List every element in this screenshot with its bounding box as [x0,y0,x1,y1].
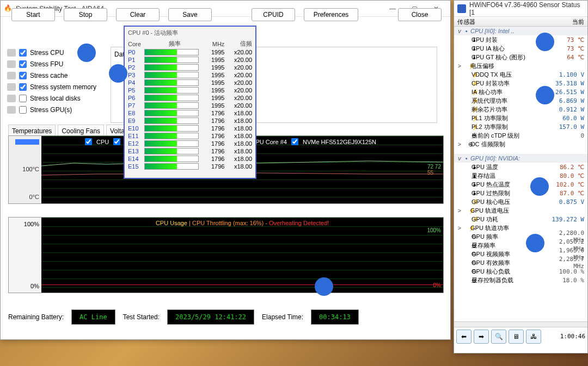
sensor-value: 0 [545,132,585,139]
usage-r100: 100% [427,227,441,233]
core-mhz: 1796 [205,140,228,147]
stress-checkbox[interactable] [19,95,27,102]
core-mult: x18.00 [228,163,255,170]
stress-type-icon [7,83,16,91]
tool-back-icon[interactable]: ⬅ [456,330,471,344]
expand-icon[interactable]: > [456,225,463,231]
save-button[interactable]: Save [168,8,212,21]
sensor-icon: 🌡 [463,45,471,52]
sensor-icon: ▪ [463,28,470,34]
sensor-row[interactable]: > ⚡ 电压偏移 [454,61,587,70]
preferences-button[interactable]: Preferences [304,8,358,21]
sensor-icon: ⊖ [463,141,470,148]
sensor-row: ⚡ IA 核心功率 26.515 W [454,88,587,96]
cpuid-button[interactable]: CPUID [252,8,295,21]
core-bar [144,155,205,163]
core-mhz: 1995 [205,102,228,109]
hwinfo-columns: 传感器 当前 [454,17,587,27]
sensor-row: 🌡 GPU 热点温度 102.0 ℃ [454,180,587,189]
sensor-value: 35.318 W [545,80,585,87]
col-current[interactable]: 当前 [549,17,587,26]
core-id: P5 [125,86,144,94]
stress-item: Stress system memory [7,81,96,92]
sensor-row[interactable]: > ⚡ GPU 轨道电压 [454,206,587,215]
sensor-section[interactable]: v ▪ CPU [#0]: Intel .. [454,27,587,35]
core-bar [144,132,205,140]
tool-settings-icon[interactable]: 🖧 [526,330,541,344]
aida64-window: 🔥 System Stability Test - AIDA64 — ▢ ✕ S… [0,0,451,340]
expand-icon[interactable]: > [456,207,463,214]
expand-icon[interactable]: v [456,28,463,34]
stress-item: Stress GPU(s) [7,104,96,115]
stress-checkbox[interactable] [19,106,27,114]
hwinfo-tree[interactable]: v ▪ CPU [#0]: Intel .. 🌡 CPU 封装 73 ℃ 🌡 C… [454,27,587,321]
expand-icon[interactable]: v [456,155,463,162]
sensor-row: ⊖ 显存控制器负载 18.0 % [454,276,587,284]
start-button[interactable]: Start [11,8,55,21]
stress-checkbox[interactable] [19,72,27,79]
tool-forward-icon[interactable]: ➡ [474,330,489,344]
stress-label: Stress local disks [30,95,81,102]
stop-button[interactable]: Stop [64,8,107,21]
core-mhz: 1995 [205,79,228,86]
hwinfo-titlebar[interactable]: HWiNFO64 v7.36-4960 Sensor Status [1 [454,1,587,17]
sensor-section[interactable]: v ▪ GPU [#0]: NVIDIA: [454,154,587,163]
stress-item: Stress local disks [7,92,96,104]
sensor-icon: ⚡ [463,80,471,87]
core-row: E14 1796 x18.00 [125,155,255,163]
core-mhz: 1796 [205,163,228,170]
expand-icon[interactable]: > [456,63,463,69]
stress-checkbox[interactable] [19,49,27,57]
sensor-row: ⚡ VDDQ TX 电压 1.100 V [454,70,587,79]
hwinfo-scrollbar[interactable] [454,321,587,327]
hwinfo-clock: 1:00:46 [560,333,585,340]
sensor-label: 剩余芯片功率 [471,106,545,114]
sensor-label: CPU [#0]: Intel .. [470,28,545,34]
core-id: E8 [125,109,144,117]
stress-type-icon [7,72,16,79]
stress-type-icon [7,49,16,57]
stress-checkbox[interactable] [19,60,27,68]
tool-search-icon[interactable]: 🔍 [491,330,506,344]
core-mult: x18.00 [228,117,255,125]
core-mhz: 1995 [205,48,228,56]
sensor-row[interactable]: > ⊖ OC 倍频限制 [454,140,587,148]
close-button[interactable]: Close [398,8,442,21]
tool-network-icon[interactable]: 🖥 [509,330,524,344]
throttle-line [41,284,443,285]
sensor-row: ⚡ 系统代理功率 6.869 W [454,96,587,105]
core-bar [144,94,205,102]
sensor-label: GPU 轨道功率 [470,224,545,232]
core-mult: x20.00 [228,64,255,71]
core-id: E12 [125,140,144,147]
clear-button[interactable]: Clear [116,8,160,21]
core-row: P7 1995 x20.00 [125,102,255,109]
sensor-label: PL2 功率限制 [471,123,545,131]
sensor-icon: ▪ [463,155,470,162]
usage-ytop: 100% [24,221,39,227]
expand-icon[interactable]: > [456,141,463,147]
sensor-icon: 🌡 [463,172,471,179]
sensor-row: ⊖ GPU 有效频率 2,285.7 MHz [454,258,587,267]
sensor-icon: 🌡 [463,54,471,60]
usage-ybot: 0% [30,283,39,289]
core-mhz: 1796 [205,125,228,132]
core-bar [144,64,205,71]
stress-checkbox[interactable] [19,83,27,91]
core-row: E10 1796 x18.00 [125,125,255,132]
core-id: P4 [125,79,144,86]
col-sensor[interactable]: 传感器 [454,17,549,26]
sensor-icon: ⚡ [463,123,471,131]
sensor-value: 157.0 W [545,123,585,131]
annotation-dot [77,44,96,62]
sensor-label: GPU 核心电压 [471,198,545,206]
sensor-row: ⊖ GPU 核心负载 100.0 % [454,267,587,276]
sensor-row: 🌡 CPU 封装 73 ℃ [454,35,587,44]
temp-yaxis: 100°C 0°C [9,136,41,203]
button-row: Start Stop Clear Save CPUID Preferences … [11,8,442,21]
core-mhz: 1995 [205,64,228,71]
core-mult: x18.00 [228,125,255,132]
sensor-value: 86.2 ℃ [545,164,585,171]
core-row: P1 1995 x20.00 [125,56,255,64]
legend-color-bar [15,139,39,145]
